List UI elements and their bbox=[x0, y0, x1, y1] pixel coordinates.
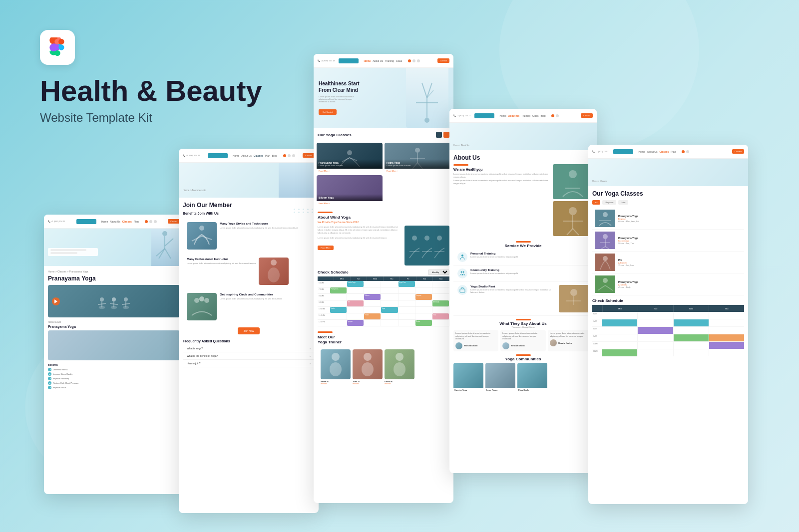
classes-schedule-section: Check Schedule Mon Tue Wed Thu 6 AM bbox=[592, 298, 744, 356]
about-nav-about[interactable]: About Us bbox=[508, 114, 519, 117]
pranayama-breadcrumb: Home > Classes > Pranayama Yoga bbox=[48, 270, 180, 273]
hero-nav-class[interactable]: Class bbox=[396, 59, 402, 62]
time-600: 6:00 AM bbox=[318, 281, 330, 287]
hero-cta-btn[interactable]: Get Started bbox=[319, 109, 337, 115]
classes-sched-row-4: 9 AM bbox=[592, 334, 744, 342]
hero-contact-btn[interactable]: Contact bbox=[437, 58, 449, 63]
nav-contact-btn[interactable]: Contact bbox=[168, 219, 180, 224]
nav-link-home[interactable]: Home bbox=[101, 220, 108, 223]
classes-nav-about[interactable]: About Us bbox=[647, 150, 658, 153]
testimonial-author-2: Yoshua Kaden bbox=[502, 342, 543, 349]
cell-wed-800: Bikram bbox=[364, 294, 381, 300]
cell-sat-800: Vinyasa bbox=[415, 294, 432, 300]
classes-nav bbox=[436, 132, 449, 138]
nav-plan-2[interactable]: Plan bbox=[265, 154, 270, 157]
about-wind-readmore[interactable]: Read More bbox=[318, 246, 334, 250]
event-sun-1100[interactable]: Flow bbox=[432, 313, 449, 319]
event-sat-1200[interactable]: Restor bbox=[415, 320, 432, 326]
cell-fri-600: Yoga Flow bbox=[399, 281, 415, 287]
event-mon-700[interactable]: Pranayama bbox=[330, 287, 347, 293]
class-thumb-1 bbox=[595, 210, 615, 227]
nav-blog-2[interactable]: Blog bbox=[272, 154, 277, 157]
about-page-title: About Us bbox=[453, 154, 593, 161]
nav-link-about[interactable]: About Us bbox=[110, 220, 120, 223]
filter-beginner[interactable]: Beginner bbox=[602, 200, 616, 205]
nav-classes-2[interactable]: Classes bbox=[254, 154, 263, 157]
class-readmore-3[interactable]: Read More › bbox=[317, 201, 383, 206]
faq-question-1: What is Yoga? bbox=[187, 347, 203, 350]
schedule-filter-select[interactable]: Monthly Weekly bbox=[428, 269, 449, 275]
svg-point-69 bbox=[461, 271, 462, 273]
hero-nav-about[interactable]: About Us bbox=[373, 59, 383, 62]
classes-nav-dot-1[interactable] bbox=[436, 132, 442, 138]
play-icon[interactable] bbox=[52, 297, 60, 305]
faq-item-2[interactable]: What is the benefit of Yoga? › bbox=[183, 352, 315, 360]
class-readmore-1[interactable]: Read More › bbox=[317, 169, 383, 173]
event-sat-800[interactable]: Vinyasa bbox=[415, 294, 432, 300]
svg-point-4 bbox=[58, 44, 64, 50]
join-now-button[interactable]: Join Now bbox=[238, 327, 260, 334]
nav-contact-btn-2[interactable]: Contact bbox=[303, 153, 315, 158]
cell-tue-1200: Iyengar bbox=[347, 320, 364, 326]
nav-icons-2 bbox=[283, 154, 295, 157]
event-tue-1200[interactable]: Iyengar bbox=[347, 320, 364, 326]
class-name-3: Bikram Yoga bbox=[319, 196, 381, 199]
hero-nav-home[interactable]: Home bbox=[364, 59, 371, 62]
classes-sched-row-1: 6 AM bbox=[592, 312, 744, 319]
faq-item-1[interactable]: What is Yoga? › bbox=[183, 345, 315, 352]
event-thu-1000[interactable]: Yoga bbox=[381, 307, 398, 313]
event-tue-900[interactable]: Yin bbox=[347, 300, 364, 306]
yoga-classes-title: Our Yoga Classes bbox=[318, 133, 352, 137]
cell-mon-1000: Hatha bbox=[330, 307, 347, 313]
event-wed-800[interactable]: Bikram bbox=[364, 294, 381, 300]
class-readmore-2[interactable]: Read More › bbox=[385, 169, 450, 173]
event-mon-1000[interactable]: Hatha bbox=[330, 307, 347, 313]
classes-page-title: Our Yoga Classes bbox=[592, 190, 744, 197]
nav-link-plan[interactable]: Plan bbox=[134, 220, 139, 223]
about-nav-home[interactable]: Home bbox=[499, 114, 506, 117]
schedule-sun: Sun bbox=[433, 276, 449, 281]
filter-inter[interactable]: Inter bbox=[618, 200, 628, 205]
filter-all[interactable]: All bbox=[592, 200, 600, 205]
about-nav-blog[interactable]: Blog bbox=[540, 114, 545, 117]
faq-item-3[interactable]: How to join? › bbox=[183, 360, 315, 367]
service-img bbox=[559, 285, 589, 312]
cell-wed-900 bbox=[364, 300, 381, 306]
sched-cell-51 bbox=[602, 342, 638, 349]
event-tue-600[interactable]: Hatha Yoga bbox=[347, 281, 364, 287]
testimonial-text-1: Lorem ipsum dolor sit amet consectetur a… bbox=[455, 332, 496, 340]
svg-point-60 bbox=[569, 170, 577, 178]
cell-mon-1100 bbox=[330, 313, 347, 319]
event-fri-600[interactable]: Yoga Flow bbox=[399, 281, 415, 287]
class-img-hatha: Hatha Yoga Lorem ipsum dolor sit amet bbox=[385, 143, 450, 169]
hero-nav-training[interactable]: Training bbox=[385, 59, 394, 62]
class-row-3: Pra Advanced 75 min • Sat, Sun bbox=[592, 252, 744, 273]
classes-nav-classes[interactable]: Classes bbox=[659, 150, 669, 153]
communities-accent bbox=[516, 354, 531, 356]
svg-line-8 bbox=[165, 239, 173, 246]
nav-home-2[interactable]: Home bbox=[233, 154, 239, 157]
classes-nav-dot-2[interactable] bbox=[443, 132, 449, 138]
service-text-3: Yoga Studio Rent Lorem ipsum dolor sit a… bbox=[470, 285, 556, 312]
sched-cell-61 bbox=[602, 349, 638, 356]
cell-wed-1000 bbox=[364, 307, 381, 313]
nav-about-2[interactable]: About Us bbox=[241, 154, 252, 157]
svg-line-36 bbox=[427, 83, 432, 98]
we-are-desc: Lorem ipsum dolor sit amet consectetur a… bbox=[453, 173, 550, 178]
classes-nav-plan[interactable]: Plan bbox=[671, 150, 676, 153]
membership-hero: Home > Membership bbox=[179, 163, 319, 198]
classes-contact-btn[interactable]: Contact bbox=[732, 149, 744, 154]
classes-sched-row-6: 11 AM bbox=[592, 349, 744, 356]
about-contact-btn[interactable]: Contact bbox=[581, 113, 593, 118]
sched-time-4: 9 AM bbox=[592, 334, 602, 341]
cell-sat-900 bbox=[415, 300, 432, 306]
about-nav-training[interactable]: Training bbox=[521, 114, 530, 117]
svg-point-28 bbox=[268, 267, 280, 282]
nav-link-classes[interactable]: Classes bbox=[122, 220, 132, 223]
cell-sun-700 bbox=[432, 287, 449, 293]
event-sun-900[interactable]: Ashtanga bbox=[432, 300, 449, 306]
event-wed-1100[interactable]: Power bbox=[364, 313, 381, 319]
classes-nav-home[interactable]: Home bbox=[638, 150, 645, 153]
about-nav-class[interactable]: Class bbox=[532, 114, 539, 117]
class-img-pranayama: Pranayama Yoga Lorem ipsum dolor sit ame… bbox=[317, 143, 383, 169]
